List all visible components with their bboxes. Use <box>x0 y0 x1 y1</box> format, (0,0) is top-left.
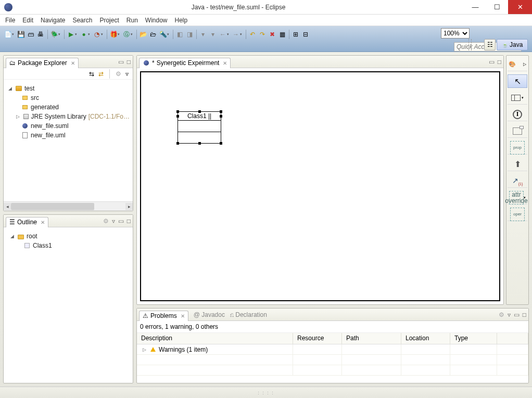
undo-button[interactable]: ↶ <box>248 30 257 39</box>
col-type[interactable]: Type <box>450 333 497 344</box>
problems-menu-button[interactable]: ▿ <box>508 311 511 318</box>
class-name-row[interactable]: Class1 || <box>178 111 221 121</box>
palette-settings-icon[interactable]: 🎨 <box>509 61 516 68</box>
tool-b-button[interactable]: ◨ <box>185 30 194 39</box>
class-node[interactable]: Class1 || <box>178 111 221 144</box>
declaration-tab[interactable]: ⎌ Declaration <box>230 311 267 318</box>
palette-assoc-tool[interactable]: ↗{1} <box>508 174 527 188</box>
minimize-view-button[interactable]: ▭ <box>118 58 124 66</box>
open-task-button[interactable]: 🗁 <box>148 30 158 39</box>
outline-min-button[interactable]: ▭ <box>118 217 124 225</box>
twisty-icon[interactable]: ◢ <box>7 86 13 91</box>
palette-compartment-tool[interactable]: ▾ <box>508 91 527 105</box>
outline-filter-button[interactable]: ⚙ <box>103 217 109 225</box>
nav-dd-2[interactable]: ▾ <box>208 30 218 39</box>
close-icon[interactable]: ✕ <box>181 313 185 319</box>
minimize-button[interactable]: — <box>464 0 486 14</box>
tree-row-suml[interactable]: new_file.suml <box>7 121 130 131</box>
new-class-button[interactable]: Ⓖ <box>122 30 131 39</box>
outline-menu-button[interactable]: ▿ <box>112 217 115 225</box>
zoom-select[interactable]: 100% <box>441 28 470 38</box>
menu-navigate[interactable]: Navigate <box>41 17 65 24</box>
link-editor-button[interactable]: ⇄ <box>98 70 104 78</box>
menu-project[interactable]: Project <box>99 17 119 24</box>
forward-button[interactable]: → <box>231 30 240 39</box>
problems-filter-button[interactable]: ⚙ <box>499 311 504 318</box>
horizontal-scrollbar[interactable]: ◂ ▸ <box>4 201 133 211</box>
palette-gen-tool[interactable]: ⬆ <box>508 158 527 171</box>
outline-tab[interactable]: ☰ Outline ✕ <box>6 217 48 227</box>
outline-class-row[interactable]: Class1 <box>9 241 128 250</box>
twisty-icon[interactable]: ▷ <box>141 347 147 352</box>
layout-button[interactable]: ▦ <box>277 30 287 39</box>
editor-min-button[interactable]: ▭ <box>489 58 495 66</box>
filter-button[interactable]: ⚙ <box>116 70 121 78</box>
class-attr-row[interactable] <box>178 121 221 132</box>
tree-row-jre[interactable]: ▷ JRE System Library [CDC-1.1/Fo… <box>7 112 130 121</box>
search-button[interactable]: 🔦 <box>158 30 168 39</box>
col-path[interactable]: Path <box>342 333 401 344</box>
maximize-button[interactable]: ☐ <box>486 0 508 14</box>
outline-root-row[interactable]: ◢ root <box>9 232 128 241</box>
close-icon[interactable]: ✕ <box>71 60 75 66</box>
menu-edit[interactable]: Edit <box>22 17 33 24</box>
close-button[interactable]: ✕ <box>508 0 532 14</box>
col-resource[interactable]: Resource <box>293 333 342 344</box>
editor-tab[interactable]: *Synergetic Expeirment ✕ <box>139 58 231 68</box>
java-perspective-button[interactable]: 🍵 Java <box>497 39 528 50</box>
col-location[interactable]: Location <box>401 333 450 344</box>
tree-row-uml[interactable]: new_file.uml <box>7 131 130 140</box>
javadoc-tab[interactable]: @ Javadoc <box>194 311 225 318</box>
close-icon[interactable]: ✕ <box>41 220 45 225</box>
extra-a-button[interactable]: ⊞ <box>291 30 300 39</box>
collapse-all-button[interactable]: ⇆ <box>89 70 94 78</box>
class-op-row[interactable] <box>178 132 221 144</box>
menu-file[interactable]: File <box>5 17 15 24</box>
debug-button[interactable]: 🪲 <box>49 30 59 39</box>
print-button[interactable]: 🖶 <box>36 30 45 39</box>
palette-expand-icon[interactable]: ▷ <box>523 62 526 67</box>
zoom-control[interactable]: 100% <box>441 28 470 38</box>
menu-window[interactable]: Window <box>145 17 168 24</box>
close-icon[interactable]: ✕ <box>223 60 227 66</box>
scroll-thumb[interactable] <box>11 203 94 210</box>
view-menu-button[interactable]: ▿ <box>125 70 129 78</box>
new-package-button[interactable]: 🎁 <box>109 30 118 39</box>
palette-prop-tool[interactable]: prop <box>510 141 525 155</box>
diagram-canvas[interactable]: Class1 || <box>140 71 500 301</box>
col-description[interactable]: Description <box>137 333 293 344</box>
delete-button[interactable]: ✖ <box>268 30 277 39</box>
package-explorer-tab[interactable]: 🗂 Package Explorer ✕ <box>6 58 79 68</box>
extra-b-button[interactable]: ⊟ <box>301 30 310 39</box>
run-button[interactable]: ● <box>79 30 88 39</box>
menu-help[interactable]: Help <box>175 17 188 24</box>
scroll-right-button[interactable]: ▸ <box>125 203 133 210</box>
twisty-icon[interactable]: ◢ <box>9 234 15 239</box>
tool-a-button[interactable]: ◧ <box>175 30 184 39</box>
editor-max-button[interactable]: □ <box>498 58 501 66</box>
redo-button[interactable]: ↷ <box>258 30 267 39</box>
scroll-left-button[interactable]: ◂ <box>4 203 11 210</box>
tree-project-row[interactable]: ◢ test <box>7 84 130 93</box>
problems-tab[interactable]: ⚠ Problems ✕ <box>139 311 188 321</box>
back-button[interactable]: ← <box>218 30 227 39</box>
nav-dd-1[interactable]: ▾ <box>198 30 208 39</box>
save-all-button[interactable]: 🗃 <box>26 30 35 39</box>
palette-select-tool[interactable]: ↖ <box>508 74 527 88</box>
palette-attr-override-tool[interactable]: attroverride <box>509 191 524 204</box>
open-perspective-button[interactable]: ☷ <box>484 39 496 50</box>
tree-row-generated[interactable]: generated <box>7 102 130 112</box>
new-button[interactable]: 📄 <box>3 30 12 39</box>
palette-info-tool[interactable]: I <box>508 108 527 121</box>
problems-max-button[interactable]: □ <box>523 311 526 318</box>
menu-search[interactable]: Search <box>72 17 92 24</box>
open-type-button[interactable]: 📂 <box>138 30 148 39</box>
palette-package-tool[interactable] <box>508 124 527 138</box>
palette-oper-tool[interactable]: oper <box>510 208 525 221</box>
problems-row[interactable]: ▷ Warnings (1 item) <box>137 344 528 355</box>
outline-max-button[interactable]: □ <box>127 217 131 225</box>
tree-row-src[interactable]: src <box>7 93 130 102</box>
run-ext-button[interactable]: ▶ <box>66 30 75 39</box>
maximize-view-button[interactable]: □ <box>127 58 131 66</box>
twisty-icon[interactable]: ▷ <box>15 114 20 119</box>
